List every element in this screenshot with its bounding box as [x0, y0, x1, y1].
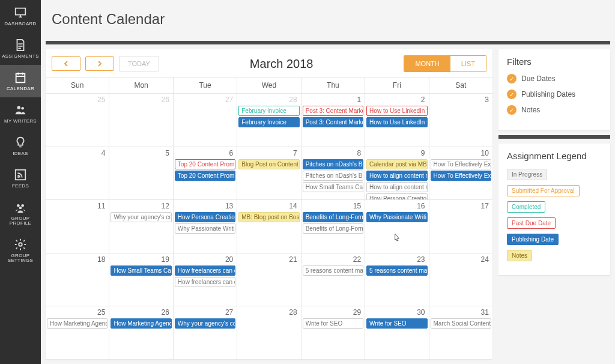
calendar-event[interactable]: Benefits of Long-Form — [303, 212, 363, 222]
sidebar-item-group-settings[interactable]: GROUP SETTINGS — [0, 232, 41, 269]
calendar-event[interactable]: Top 20 Content Prom — [175, 171, 235, 181]
calendar-event[interactable]: How To Effectively Ex — [431, 171, 491, 181]
view-list[interactable]: LIST — [450, 56, 486, 71]
filter-label: Publishing Dates — [521, 90, 575, 99]
calendar-event[interactable]: Blog Post on Content — [238, 159, 299, 169]
calendar-day[interactable]: 7Blog Post on Content — [237, 147, 301, 200]
calendar-event[interactable]: March Social Content — [431, 318, 491, 329]
calendar-event[interactable]: Post 3: Content Marke — [303, 106, 363, 116]
calendar-day[interactable]: 225 reasons content ma — [301, 253, 365, 306]
calendar-event[interactable]: Benefits of Long-Form — [303, 223, 363, 234]
calendar-event[interactable]: How to align content r — [366, 171, 427, 181]
calendar-day[interactable]: 19How Small Teams Can — [109, 253, 173, 306]
calendar-event[interactable]: How Persona Creation — [175, 212, 235, 222]
calendar-event[interactable]: Why your agency's co — [111, 212, 171, 222]
calendar-event[interactable]: February Invoice — [238, 106, 299, 116]
calendar-day[interactable]: 16Why Passionate Writi — [365, 200, 429, 253]
calendar-event[interactable]: February Invoice — [238, 117, 299, 127]
day-number: 23 — [417, 255, 425, 264]
calendar-event[interactable]: Top 20 Content Prom — [175, 159, 235, 169]
calendar-day[interactable]: 15Benefits of Long-FormBenefits of Long-… — [301, 200, 365, 253]
calendar-day[interactable]: 26How Marketing Agenc — [109, 306, 173, 359]
calendar-event[interactable]: Why Passionate Writi — [175, 223, 235, 234]
calendar-day[interactable]: 235 reasons content ma — [365, 253, 429, 306]
calendar-day[interactable]: 1Post 3: Content MarkePost 3: Content Ma… — [301, 94, 365, 147]
calendar-day[interactable]: 18 — [46, 253, 109, 306]
calendar-day[interactable]: 30Write for SEO — [365, 306, 429, 359]
sidebar-item-writers[interactable]: MY WRITERS — [0, 97, 41, 130]
calendar-event[interactable]: Write for SEO — [303, 318, 363, 329]
sidebar-item-label: IDEAS — [13, 151, 28, 156]
filter-item[interactable]: ✓Notes — [507, 105, 602, 115]
filter-item[interactable]: ✓Due Dates — [507, 74, 602, 83]
calendar-event[interactable]: MB: Blog post on Bost — [238, 212, 299, 222]
filters-title: Filters — [507, 56, 602, 67]
calendar-day[interactable]: 4 — [46, 147, 109, 200]
calendar-day[interactable]: 3 — [429, 94, 492, 147]
calendar-day[interactable]: 28 — [237, 306, 301, 359]
sidebar-item-label: CALENDAR — [7, 86, 34, 91]
calendar-event[interactable]: How to Use LinkedIn f — [366, 106, 427, 116]
calendar-event[interactable]: How Marketing Agenc — [111, 318, 171, 329]
calendar-day[interactable]: 27Why your agency's co — [174, 306, 237, 359]
calendar-event[interactable]: How Small Teams Can — [111, 265, 171, 276]
calendar-event[interactable]: 5 reasons content ma — [366, 265, 427, 276]
filter-item[interactable]: ✓Publishing Dates — [507, 89, 602, 99]
calendar-event[interactable]: Calendar post via MB — [366, 159, 427, 169]
calendar-event[interactable]: How Small Teams Can — [303, 182, 363, 192]
calendar-event[interactable]: Post 3: Content Marke — [303, 117, 363, 127]
calendar-day[interactable]: 10How To Effectively ExHow To Effectivel… — [429, 147, 492, 200]
sidebar-item-assignments[interactable]: ASSIGNMENTS — [0, 32, 41, 65]
sidebar-item-calendar[interactable]: CALENDAR — [0, 65, 41, 97]
svg-point-5 — [21, 204, 24, 207]
dow-row: SunMonTueWedThuFriSat — [46, 77, 492, 93]
calendar-day[interactable]: 11 — [46, 200, 109, 253]
calendar-event[interactable]: How freelancers can e — [175, 277, 235, 287]
calendar-event[interactable]: Why your agency's co — [175, 318, 235, 329]
calendar-day[interactable]: 25How Marketing Agenc — [46, 306, 109, 359]
calendar-day[interactable]: 20How freelancers can eHow freelancers c… — [174, 253, 237, 306]
next-button[interactable] — [85, 56, 114, 71]
calendar-event[interactable]: How to Use LinkedIn f — [366, 117, 427, 127]
calendar-day[interactable]: 21 — [237, 253, 301, 306]
sidebar-item-dashboard[interactable]: DASHBOARD — [0, 0, 41, 32]
calendar-event[interactable]: How To Effectively Ex — [431, 159, 491, 169]
calendar-event[interactable]: How Persona Creation — [366, 193, 427, 200]
calendar-event[interactable]: How Marketing Agenc — [47, 318, 108, 329]
calendar-day[interactable]: 25 — [46, 94, 109, 147]
sidebar-item-ideas[interactable]: IDEAS — [0, 130, 41, 162]
calendar-event[interactable]: Write for SEO — [366, 318, 427, 329]
calendar-day[interactable]: 12Why your agency's co — [109, 200, 173, 253]
calendar-day[interactable]: 2How to Use LinkedIn fHow to Use LinkedI… — [365, 94, 429, 147]
calendar-day[interactable]: 5 — [109, 147, 173, 200]
filters-panel: Filters ✓Due Dates✓Publishing Dates✓Note… — [498, 49, 610, 130]
calendar-event[interactable]: Pitches on nDash's Be — [303, 159, 363, 169]
today-button[interactable]: TODAY — [119, 56, 159, 71]
calendar-day[interactable]: 13How Persona CreationWhy Passionate Wri… — [174, 200, 237, 253]
calendar-day[interactable]: 9Calendar post via MBHow to align conten… — [365, 147, 429, 200]
day-number: 9 — [421, 149, 425, 157]
view-month[interactable]: MONTH — [404, 56, 450, 71]
calendar-day[interactable]: 14MB: Blog post on Bost — [237, 200, 301, 253]
calendar-event[interactable]: 5 reasons content ma — [303, 265, 363, 276]
legend-badge: Past Due Date — [507, 217, 556, 229]
calendar-day[interactable]: 17 — [429, 200, 492, 253]
prev-button[interactable] — [52, 56, 80, 71]
calendar-day[interactable]: 28February InvoiceFebruary Invoice — [237, 94, 301, 147]
calendar-event[interactable]: Pitches on nDash's Be — [303, 171, 363, 181]
svg-point-6 — [19, 207, 22, 210]
calendar-day[interactable]: 6Top 20 Content PromTop 20 Content Prom — [174, 147, 237, 200]
calendar-event[interactable]: How to align content r — [366, 182, 427, 192]
day-number: 27 — [225, 308, 233, 317]
calendar-event[interactable]: How freelancers can e — [175, 265, 235, 276]
calendar-day[interactable]: 29Write for SEO — [301, 306, 365, 359]
calendar-day[interactable]: 26 — [109, 94, 173, 147]
calendar-day[interactable]: 8Pitches on nDash's BePitches on nDash's… — [301, 147, 365, 200]
calendar-day[interactable]: 31March Social Content — [429, 306, 492, 359]
calendar-day[interactable]: 27 — [174, 94, 237, 147]
calendar-event[interactable]: Why Passionate Writi — [366, 212, 427, 222]
sidebar-item-group-profile[interactable]: GROUP PROFILE — [0, 195, 41, 232]
sidebar-item-label: MY WRITERS — [4, 119, 37, 124]
calendar-day[interactable]: 24 — [429, 253, 492, 306]
sidebar-item-feeds[interactable]: FEEDS — [0, 162, 41, 195]
